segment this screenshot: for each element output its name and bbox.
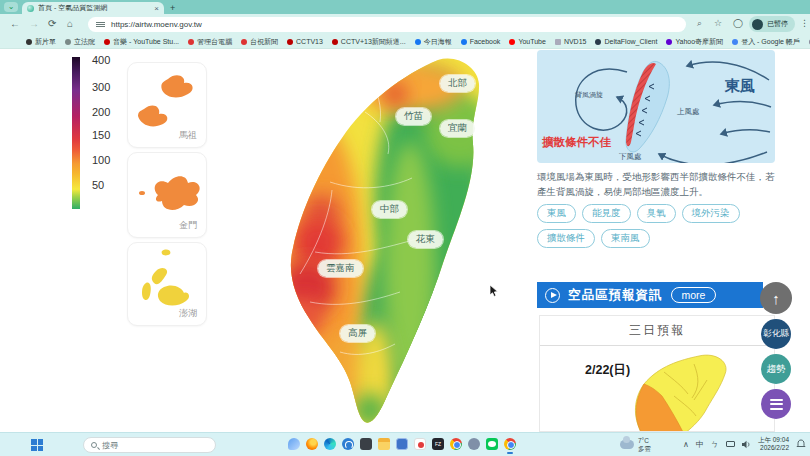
system-tray: ∧ 中 ㄅ 上午 09:04 2026/2/22 <box>683 436 806 452</box>
extensions-icon[interactable]: ◯ <box>733 18 743 28</box>
tab-three-day-forecast[interactable]: 三日預報 <box>540 316 774 346</box>
weather-temp: 7°C <box>638 437 649 444</box>
more-button[interactable]: more <box>671 287 717 303</box>
forward-icon[interactable]: → <box>29 18 39 29</box>
bookmark-item[interactable]: Yahoo奇摩新聞 <box>666 37 723 47</box>
taskbar-clock[interactable]: 上午 09:04 2026/2/22 <box>758 436 789 452</box>
bookmark-item[interactable]: Facebook <box>461 38 501 45</box>
tag-transboundary[interactable]: 境外污染 <box>682 204 740 223</box>
edge-icon[interactable] <box>324 438 336 450</box>
display-app-icon[interactable] <box>396 438 408 450</box>
bookmark-item[interactable]: 今日海報 <box>415 37 452 47</box>
url-text: https://airtw.moenv.gov.tw <box>111 20 202 29</box>
trend-button[interactable]: 趨勢 <box>761 354 791 384</box>
site-settings-icon[interactable] <box>96 21 105 28</box>
tag-visibility[interactable]: 能見度 <box>582 204 631 223</box>
bookmark-item[interactable]: 立法院 <box>65 37 95 47</box>
region-label-yilan[interactable]: 宜蘭 <box>440 120 475 137</box>
region-label-kaoping[interactable]: 高屏 <box>340 325 375 342</box>
speaker-icon[interactable] <box>742 440 751 449</box>
taskbar-app-icons: FZ <box>288 438 516 450</box>
browser-toolbar: ← → ⟳ ⌂ https://airtw.moenv.gov.tw ⌕ ☆ ◯… <box>0 14 810 35</box>
address-bar[interactable]: https://airtw.moenv.gov.tw <box>88 17 686 32</box>
reload-icon[interactable]: ⟳ <box>48 18 56 29</box>
media-app-icon[interactable] <box>414 438 426 450</box>
bookmark-icon <box>65 39 71 45</box>
region-label-central[interactable]: 中部 <box>372 201 407 218</box>
gauge-app-icon[interactable] <box>342 438 354 450</box>
wind-diagram-card: 東風 背風渦旋 上風處 下風處 擴散條件不佳 <box>537 50 775 163</box>
region-label-chumiao[interactable]: 竹苗 <box>396 108 431 125</box>
bookmark-item[interactable]: NVD15 <box>555 38 587 45</box>
island-card-matsu[interactable]: 馬祖 <box>127 62 207 148</box>
forecast-banner-title: 空品區預報資訊 <box>568 287 663 304</box>
teams-icon[interactable] <box>468 438 480 450</box>
search-this-page-icon[interactable]: ⌕ <box>697 18 702 29</box>
home-icon[interactable]: ⌂ <box>67 18 73 29</box>
facebook-icon <box>415 39 421 45</box>
legend-tick: 50 <box>92 179 104 191</box>
widgets-icon[interactable] <box>288 438 300 450</box>
apps-grid-icon[interactable] <box>6 38 8 46</box>
firefox-icon[interactable] <box>306 438 318 450</box>
dev-app-icon[interactable]: FZ <box>432 438 444 450</box>
profile-chip[interactable]: 已暫停 <box>749 16 795 32</box>
back-icon[interactable]: ← <box>10 18 20 29</box>
county-button[interactable]: 彰化縣 <box>761 319 791 349</box>
region-label-yunchianan[interactable]: 雲嘉南 <box>318 260 363 277</box>
tab-close-icon[interactable]: × <box>154 4 159 13</box>
bookmark-item[interactable]: 登入 - Google 帳戶 <box>732 37 800 47</box>
cloud-icon <box>620 440 634 449</box>
youtube-icon <box>104 39 110 45</box>
up-arrow-icon: ↑ <box>772 290 780 307</box>
bookmark-icon <box>188 39 194 45</box>
windows-taskbar: 搜尋 FZ 7°C 多雲 ∧ 中 ㄅ <box>0 432 810 456</box>
new-tab-button[interactable]: + <box>170 3 175 13</box>
tag-ozone[interactable]: 臭氧 <box>637 204 676 223</box>
browser-menu-icon[interactable]: ⋮ <box>800 18 809 28</box>
chrome-active-icon[interactable] <box>504 438 516 450</box>
tag-southeast-wind[interactable]: 東南風 <box>601 229 650 248</box>
bookmark-item[interactable]: 台視新聞 <box>241 37 278 47</box>
tag-east-wind[interactable]: 東風 <box>537 204 576 223</box>
touch-keyboard-icon[interactable] <box>726 441 735 447</box>
search-icon <box>91 442 97 448</box>
bookmark-item[interactable]: 音樂 - YouTube Stu... <box>104 37 179 47</box>
region-label-huatung[interactable]: 花東 <box>408 231 443 248</box>
file-explorer-icon[interactable] <box>378 438 390 450</box>
forecast-mini-map <box>604 352 764 432</box>
wind-description: 環境風場為東風時，受地形影響西半部擴散條件不佳，若產生背風渦旋，易使局部地區濃度… <box>537 170 777 199</box>
bookmark-item[interactable]: CCTV+13新聞頻道... <box>332 37 406 47</box>
legend-tick: 300 <box>92 81 110 93</box>
browser-tab[interactable]: 首頁 - 空氣品質監測網 × <box>22 2 164 14</box>
ime-key-icon[interactable]: ㄅ <box>711 439 719 450</box>
lee-vortex-label: 背風渦旋 <box>575 91 603 99</box>
tab-search-icon[interactable]: ⌄ <box>4 2 18 12</box>
bookmark-item[interactable]: 管理台電腦 <box>188 37 232 47</box>
island-card-penghu[interactable]: 澎湖 <box>127 242 207 326</box>
cctv-icon <box>287 39 293 45</box>
play-icon[interactable] <box>545 288 560 303</box>
taskbar-weather[interactable]: 7°C 多雲 <box>620 437 651 453</box>
region-label-north[interactable]: 北部 <box>440 75 475 92</box>
tag-dispersion[interactable]: 擴散條件 <box>537 229 595 248</box>
menu-button[interactable] <box>761 389 791 419</box>
bookmark-item[interactable]: DeltaFlow_Client <box>595 38 657 45</box>
island-card-kinmen[interactable]: 金門 <box>127 152 207 238</box>
hidden-icons-chevron[interactable]: ∧ <box>683 440 689 449</box>
chrome-icon[interactable] <box>450 438 462 450</box>
bookmark-star-icon[interactable]: ☆ <box>714 18 722 28</box>
camera-app-icon[interactable] <box>360 438 372 450</box>
taiwan-concentration-map[interactable] <box>270 52 506 432</box>
bookmark-item[interactable]: 新片單 <box>26 37 56 47</box>
google-icon <box>732 39 738 45</box>
start-button[interactable] <box>31 439 43 451</box>
line-icon[interactable] <box>486 438 498 450</box>
bookmark-item[interactable]: CCTV13 <box>287 38 323 45</box>
browser-tab-bar: ⌄ 首頁 - 空氣品質監測網 × + <box>0 0 810 14</box>
ime-mode-icon[interactable]: 中 <box>696 439 704 450</box>
notification-bell-icon[interactable] <box>796 439 806 449</box>
scroll-to-top-button[interactable]: ↑ <box>760 282 792 314</box>
taskbar-search[interactable]: 搜尋 <box>83 437 216 453</box>
bookmark-item[interactable]: YouTube <box>509 38 546 45</box>
